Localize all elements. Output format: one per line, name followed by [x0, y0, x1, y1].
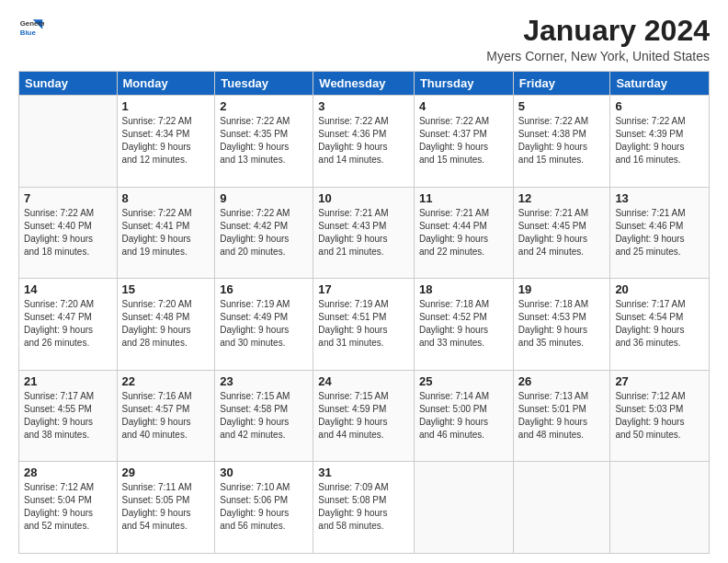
day-info: Sunrise: 7:17 AM Sunset: 4:55 PM Dayligh…: [24, 390, 112, 442]
day-number: 7: [24, 191, 112, 205]
cell-week1-day1: 8Sunrise: 7:22 AM Sunset: 4:41 PM Daylig…: [117, 187, 215, 279]
header: General Blue January 2024 Myers Corner, …: [18, 15, 710, 63]
week-row-2: 14Sunrise: 7:20 AM Sunset: 4:47 PM Dayli…: [19, 279, 710, 371]
day-number: 23: [220, 374, 308, 388]
svg-text:Blue: Blue: [20, 29, 37, 37]
day-number: 29: [122, 465, 210, 479]
day-info: Sunrise: 7:22 AM Sunset: 4:34 PM Dayligh…: [122, 115, 210, 167]
day-info: Sunrise: 7:18 AM Sunset: 4:53 PM Dayligh…: [518, 298, 606, 350]
day-number: 6: [615, 99, 704, 113]
cell-week4-day6: [610, 462, 710, 554]
header-wednesday: Wednesday: [313, 72, 415, 96]
title-area: January 2024 Myers Corner, New York, Uni…: [486, 15, 710, 63]
cell-week0-day3: 3Sunrise: 7:22 AM Sunset: 4:36 PM Daylig…: [313, 96, 415, 188]
logo: General Blue: [18, 15, 44, 40]
day-number: 31: [318, 465, 409, 479]
day-info: Sunrise: 7:22 AM Sunset: 4:42 PM Dayligh…: [220, 207, 308, 259]
day-number: 3: [318, 99, 409, 113]
cell-week4-day4: [414, 462, 513, 554]
day-number: 2: [220, 99, 308, 113]
cell-week3-day3: 24Sunrise: 7:15 AM Sunset: 4:59 PM Dayli…: [313, 370, 415, 462]
cell-week0-day1: 1Sunrise: 7:22 AM Sunset: 4:34 PM Daylig…: [117, 96, 215, 188]
day-info: Sunrise: 7:12 AM Sunset: 5:04 PM Dayligh…: [24, 481, 112, 533]
day-info: Sunrise: 7:20 AM Sunset: 4:48 PM Dayligh…: [122, 298, 210, 350]
day-info: Sunrise: 7:22 AM Sunset: 4:37 PM Dayligh…: [419, 115, 508, 167]
day-number: 11: [419, 191, 508, 205]
day-info: Sunrise: 7:11 AM Sunset: 5:05 PM Dayligh…: [122, 481, 210, 533]
day-number: 16: [220, 282, 308, 296]
location: Myers Corner, New York, United States: [486, 49, 710, 63]
cell-week4-day1: 29Sunrise: 7:11 AM Sunset: 5:05 PM Dayli…: [117, 462, 215, 554]
day-number: 17: [318, 282, 409, 296]
day-number: 5: [518, 99, 606, 113]
cell-week4-day0: 28Sunrise: 7:12 AM Sunset: 5:04 PM Dayli…: [19, 462, 118, 554]
day-info: Sunrise: 7:21 AM Sunset: 4:44 PM Dayligh…: [419, 207, 508, 259]
cell-week2-day6: 20Sunrise: 7:17 AM Sunset: 4:54 PM Dayli…: [610, 279, 710, 371]
cell-week2-day4: 18Sunrise: 7:18 AM Sunset: 4:52 PM Dayli…: [414, 279, 513, 371]
day-info: Sunrise: 7:21 AM Sunset: 4:45 PM Dayligh…: [518, 207, 606, 259]
day-info: Sunrise: 7:13 AM Sunset: 5:01 PM Dayligh…: [518, 390, 606, 442]
day-number: 19: [518, 282, 606, 296]
header-thursday: Thursday: [414, 72, 513, 96]
day-number: 28: [24, 465, 112, 479]
cell-week0-day5: 5Sunrise: 7:22 AM Sunset: 4:38 PM Daylig…: [513, 96, 610, 188]
day-info: Sunrise: 7:21 AM Sunset: 4:46 PM Dayligh…: [615, 207, 704, 259]
header-row: Sunday Monday Tuesday Wednesday Thursday…: [19, 72, 710, 96]
day-number: 27: [615, 374, 704, 388]
day-info: Sunrise: 7:17 AM Sunset: 4:54 PM Dayligh…: [615, 298, 704, 350]
day-number: 4: [419, 99, 508, 113]
header-tuesday: Tuesday: [215, 72, 313, 96]
day-info: Sunrise: 7:10 AM Sunset: 5:06 PM Dayligh…: [220, 481, 308, 533]
day-number: 20: [615, 282, 704, 296]
day-number: 21: [24, 374, 112, 388]
cell-week1-day4: 11Sunrise: 7:21 AM Sunset: 4:44 PM Dayli…: [414, 187, 513, 279]
day-number: 12: [518, 191, 606, 205]
day-info: Sunrise: 7:18 AM Sunset: 4:52 PM Dayligh…: [419, 298, 508, 350]
day-info: Sunrise: 7:22 AM Sunset: 4:38 PM Dayligh…: [518, 115, 606, 167]
day-number: 8: [122, 191, 210, 205]
cell-week0-day6: 6Sunrise: 7:22 AM Sunset: 4:39 PM Daylig…: [610, 96, 710, 188]
cell-week2-day2: 16Sunrise: 7:19 AM Sunset: 4:49 PM Dayli…: [215, 279, 313, 371]
cell-week3-day4: 25Sunrise: 7:14 AM Sunset: 5:00 PM Dayli…: [414, 370, 513, 462]
day-number: 18: [419, 282, 508, 296]
month-title: January 2024: [486, 15, 710, 47]
day-number: 22: [122, 374, 210, 388]
day-number: 1: [122, 99, 210, 113]
cell-week2-day1: 15Sunrise: 7:20 AM Sunset: 4:48 PM Dayli…: [117, 279, 215, 371]
header-monday: Monday: [117, 72, 215, 96]
day-info: Sunrise: 7:15 AM Sunset: 4:58 PM Dayligh…: [220, 390, 308, 442]
cell-week1-day5: 12Sunrise: 7:21 AM Sunset: 4:45 PM Dayli…: [513, 187, 610, 279]
header-friday: Friday: [513, 72, 610, 96]
cell-week0-day2: 2Sunrise: 7:22 AM Sunset: 4:35 PM Daylig…: [215, 96, 313, 188]
cell-week3-day5: 26Sunrise: 7:13 AM Sunset: 5:01 PM Dayli…: [513, 370, 610, 462]
page: General Blue January 2024 Myers Corner, …: [0, 0, 728, 563]
day-number: 9: [220, 191, 308, 205]
header-sunday: Sunday: [19, 72, 118, 96]
day-number: 24: [318, 374, 409, 388]
logo-icon: General Blue: [18, 15, 44, 40]
week-row-1: 7Sunrise: 7:22 AM Sunset: 4:40 PM Daylig…: [19, 187, 710, 279]
day-number: 25: [419, 374, 508, 388]
week-row-0: 1Sunrise: 7:22 AM Sunset: 4:34 PM Daylig…: [19, 96, 710, 188]
cell-week2-day5: 19Sunrise: 7:18 AM Sunset: 4:53 PM Dayli…: [513, 279, 610, 371]
week-row-4: 28Sunrise: 7:12 AM Sunset: 5:04 PM Dayli…: [19, 462, 710, 554]
cell-week2-day0: 14Sunrise: 7:20 AM Sunset: 4:47 PM Dayli…: [19, 279, 118, 371]
cell-week1-day2: 9Sunrise: 7:22 AM Sunset: 4:42 PM Daylig…: [215, 187, 313, 279]
day-info: Sunrise: 7:16 AM Sunset: 4:57 PM Dayligh…: [122, 390, 210, 442]
cell-week0-day4: 4Sunrise: 7:22 AM Sunset: 4:37 PM Daylig…: [414, 96, 513, 188]
cell-week3-day1: 22Sunrise: 7:16 AM Sunset: 4:57 PM Dayli…: [117, 370, 215, 462]
day-number: 10: [318, 191, 409, 205]
cell-week3-day2: 23Sunrise: 7:15 AM Sunset: 4:58 PM Dayli…: [215, 370, 313, 462]
day-info: Sunrise: 7:15 AM Sunset: 4:59 PM Dayligh…: [318, 390, 409, 442]
day-info: Sunrise: 7:22 AM Sunset: 4:41 PM Dayligh…: [122, 207, 210, 259]
cell-week1-day0: 7Sunrise: 7:22 AM Sunset: 4:40 PM Daylig…: [19, 187, 118, 279]
day-info: Sunrise: 7:19 AM Sunset: 4:49 PM Dayligh…: [220, 298, 308, 350]
day-info: Sunrise: 7:14 AM Sunset: 5:00 PM Dayligh…: [419, 390, 508, 442]
cell-week4-day3: 31Sunrise: 7:09 AM Sunset: 5:08 PM Dayli…: [313, 462, 415, 554]
day-info: Sunrise: 7:22 AM Sunset: 4:40 PM Dayligh…: [24, 207, 112, 259]
day-info: Sunrise: 7:09 AM Sunset: 5:08 PM Dayligh…: [318, 481, 409, 533]
day-info: Sunrise: 7:20 AM Sunset: 4:47 PM Dayligh…: [24, 298, 112, 350]
day-number: 14: [24, 282, 112, 296]
cell-week4-day5: [513, 462, 610, 554]
cell-week1-day6: 13Sunrise: 7:21 AM Sunset: 4:46 PM Dayli…: [610, 187, 710, 279]
